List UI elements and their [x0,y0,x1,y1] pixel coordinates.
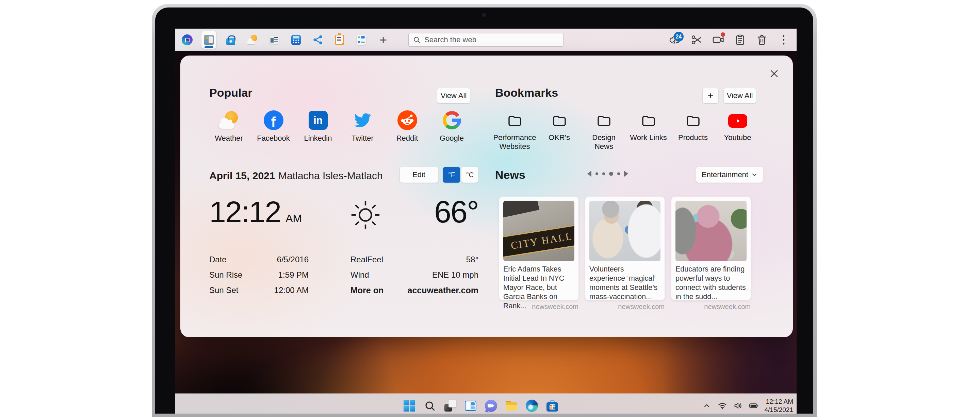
weather-meridiem: AM [285,212,302,225]
start-button[interactable] [403,399,416,412]
shopping-button[interactable] [223,31,238,49]
weather-time: 12:12 [209,195,281,229]
popular-item-label: Google [440,134,464,143]
bookmark-performance-websites[interactable]: Performance Websites [492,111,537,151]
search-bar[interactable] [408,33,563,47]
search-input[interactable] [424,35,559,44]
popular-item-reddit[interactable]: Reddit [385,109,430,143]
weather-app-button[interactable] [245,31,260,49]
store-button[interactable] [546,399,559,412]
app-launcher-button[interactable] [180,31,195,49]
popular-item-twitter[interactable]: Twitter [340,109,385,143]
pager-next-arrow[interactable] [624,171,628,177]
popular-item-google[interactable]: Google [430,109,474,143]
pager-dot-active[interactable] [609,172,613,176]
wifi-icon[interactable] [717,401,727,411]
task-view-button[interactable] [444,399,457,412]
news-source: newsweek.com [585,303,665,311]
detail-label: RealFeel [350,255,383,264]
widgets-list-button[interactable] [354,31,369,49]
more-on-label: More on [350,286,383,296]
bookmark-okrs[interactable]: OKR's [537,111,582,151]
add-widget-button[interactable]: + [375,31,391,49]
popular-view-all-button[interactable]: View All [437,88,470,103]
pager-previous-arrow[interactable] [587,171,592,177]
widgets-button[interactable] [464,399,477,412]
taskbar-clock[interactable]: 12:12 AM 4/15/2021 [764,398,793,414]
file-explorer-button[interactable] [505,399,518,412]
news-category-dropdown[interactable]: Entertainment [696,167,763,183]
calculator-button[interactable] [288,31,304,49]
search-icon [413,36,421,44]
screen: + 24 [175,29,797,414]
todo-clipboard-icon [335,35,344,45]
news-app-button[interactable] [267,31,282,49]
bookmark-label: Youtube [724,133,751,142]
widgets-board-button[interactable] [202,31,216,49]
folder-icon [640,113,658,129]
trash-button[interactable] [754,32,769,47]
news-card-educators[interactable]: Educators are finding powerful ways to c… [671,197,751,300]
bookmark-work-links[interactable]: Work Links [626,111,671,151]
news-title: News [495,168,525,182]
clipboard-button[interactable] [733,32,748,47]
weather-alerts-button[interactable]: 24 [667,32,682,47]
popular-item-label: Linkedin [304,134,332,143]
more-menu-button[interactable] [776,32,791,47]
pager-dot[interactable] [595,173,598,175]
bookmark-label: Products [678,133,708,142]
snip-button[interactable] [689,32,704,47]
newspaper-icon [269,36,279,44]
share-button[interactable] [310,31,325,49]
bookmark-youtube[interactable]: Youtube [715,111,760,151]
bookmark-label: OKR's [549,133,570,142]
accuweather-link[interactable]: accuweather.com [408,286,479,296]
widgets-list-icon [356,35,366,45]
chat-button[interactable] [485,399,498,412]
weather-edit-button[interactable]: Edit [400,167,438,183]
todo-button[interactable] [332,31,347,49]
close-panel-button[interactable] [766,66,782,81]
taskbar-search-button[interactable] [423,399,436,412]
news-source: newsweek.com [499,303,579,311]
bookmark-design-news[interactable]: Design News [582,111,626,151]
news-pager [587,171,628,177]
news-card-city-hall[interactable]: CITY HALL Eric Adams Takes Initial Lead … [499,197,579,300]
pager-dot[interactable] [617,173,620,175]
popular-item-label: Twitter [352,134,374,143]
battery-icon[interactable] [749,401,759,411]
volume-icon[interactable] [733,401,743,411]
fahrenheit-toggle[interactable]: °F [443,167,460,183]
system-tray: 12:12 AM 4/15/2021 [702,394,793,414]
news-card-vaccination[interactable]: Volunteers experience ‘magical’ moments … [585,197,665,300]
trash-icon [756,34,768,46]
news-image: CITY HALL [503,201,574,261]
share-icon [313,35,323,45]
popular-row: Weather f Facebook in Linkedin [207,109,474,143]
bookmarks-title: Bookmarks [495,86,558,99]
add-bookmark-button[interactable]: + [703,88,718,103]
shopping-bag-icon [226,38,235,45]
bookmark-products[interactable]: Products [671,111,715,151]
bookmarks-view-all-button[interactable]: View All [724,88,756,103]
linkedin-icon: in [309,111,328,130]
camera-button[interactable] [711,32,726,47]
popular-item-facebook[interactable]: f Facebook [251,109,296,143]
laptop-frame: + 24 [152,4,817,417]
youtube-icon [728,114,747,128]
popular-item-linkedin[interactable]: in Linkedin [296,109,340,143]
tray-chevron-up-icon[interactable] [702,401,712,411]
reddit-icon [398,110,417,130]
facebook-icon: f [264,110,283,130]
news-category-value: Entertainment [702,170,748,179]
weather-date: April 15, 2021 [209,170,275,182]
news-image [589,201,660,261]
file-explorer-icon [506,401,517,411]
popular-item-weather[interactable]: Weather [207,109,251,143]
bookmark-label: Design News [582,133,626,151]
pager-dot[interactable] [602,173,605,175]
plus-icon: + [379,34,387,46]
edge-button[interactable] [525,399,538,412]
celsius-toggle[interactable]: °C [461,167,479,183]
widgets-icon [465,401,476,411]
